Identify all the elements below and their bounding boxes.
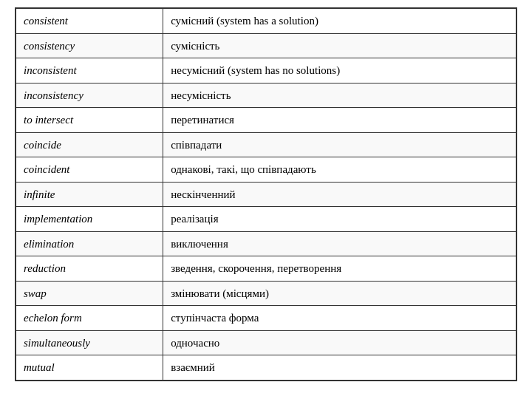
table-row: consistencyсумісність (16, 33, 516, 58)
term-cell: consistent (16, 8, 163, 33)
translation-cell: сумісний (system has a solution) (163, 8, 516, 33)
term-cell: infinite (16, 182, 163, 207)
table-row: simultaneouslyодночасно (16, 330, 516, 355)
translation-cell: несумісний (system has no solutions) (163, 58, 516, 83)
table-row: coincideспівпадати (16, 132, 516, 157)
translation-cell: реалізація (163, 207, 516, 232)
table-row: mutualвзаємний (16, 355, 516, 381)
term-cell: mutual (16, 355, 163, 381)
translation-cell: виключення (163, 231, 516, 256)
term-cell: echelon form (16, 306, 163, 331)
table-row: to intersectперетинатися (16, 108, 516, 133)
table-row: swapзмінювати (місцями) (16, 281, 516, 306)
translation-cell: перетинатися (163, 108, 516, 133)
translation-cell: нескінченний (163, 182, 516, 207)
translation-cell: ступінчаста форма (163, 306, 516, 331)
translation-cell: змінювати (місцями) (163, 281, 516, 306)
vocabulary-table: consistentсумісний (system has a solutio… (15, 7, 517, 381)
table-row: coincidentоднакові, такі, що співпадають (16, 157, 516, 183)
term-cell: inconsistency (16, 83, 163, 108)
term-cell: swap (16, 281, 163, 306)
table-row: inconsistencyнесумісність (16, 83, 516, 108)
table-row: implementationреалізація (16, 207, 516, 232)
term-cell: implementation (16, 207, 163, 232)
term-cell: coincident (16, 157, 163, 183)
table-row: reductionзведення, скорочення, перетворе… (16, 256, 516, 282)
translation-cell: однакові, такі, що співпадають (163, 157, 516, 183)
term-cell: inconsistent (16, 58, 163, 83)
translation-cell: зведення, скорочення, перетворення (163, 256, 516, 282)
term-cell: elimination (16, 231, 163, 256)
term-cell: reduction (16, 256, 163, 282)
translation-cell: співпадати (163, 132, 516, 157)
table-row: echelon formступінчаста форма (16, 306, 516, 331)
term-cell: coincide (16, 132, 163, 157)
term-cell: simultaneously (16, 330, 163, 355)
translation-cell: сумісність (163, 33, 516, 58)
table-row: inconsistentнесумісний (system has no so… (16, 58, 516, 83)
translation-cell: одночасно (163, 330, 516, 355)
translation-cell: взаємний (163, 355, 516, 381)
table-row: consistentсумісний (system has a solutio… (16, 8, 516, 33)
term-cell: consistency (16, 33, 163, 58)
table-row: eliminationвиключення (16, 231, 516, 256)
term-cell: to intersect (16, 108, 163, 133)
translation-cell: несумісність (163, 83, 516, 108)
table-row: infiniteнескінченний (16, 182, 516, 207)
